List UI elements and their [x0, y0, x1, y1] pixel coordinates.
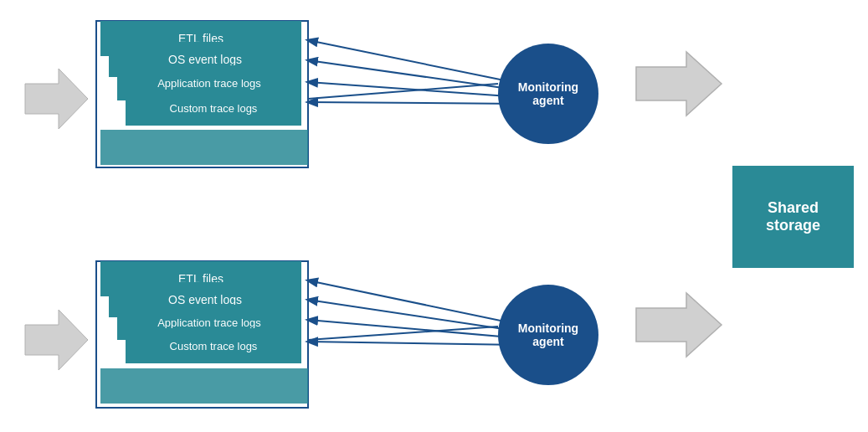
svg-line-1 [308, 40, 521, 84]
backing-box-top [100, 130, 308, 165]
svg-line-12 [308, 342, 521, 345]
svg-line-2 [308, 60, 521, 90]
shared-storage: Shared storage [732, 166, 854, 268]
svg-line-11 [308, 320, 521, 338]
svg-marker-15 [636, 293, 722, 357]
svg-marker-7 [636, 52, 722, 116]
custom-trace-logs-bottom: Custom trace logs [126, 328, 301, 363]
svg-line-9 [308, 280, 521, 325]
svg-marker-8 [25, 310, 88, 370]
monitoring-agent-bottom: Monitoring agent [498, 285, 598, 385]
svg-line-10 [308, 300, 521, 332]
svg-line-6 [308, 84, 498, 99]
monitoring-agent-top: Monitoring agent [498, 44, 598, 144]
svg-line-14 [308, 327, 498, 340]
backing-box-bottom [100, 368, 308, 404]
svg-marker-0 [25, 69, 88, 129]
svg-line-4 [308, 102, 521, 104]
custom-trace-logs-top: Custom trace logs [126, 90, 301, 126]
diagram: ETL files OS event logs Application trac… [0, 0, 868, 432]
svg-line-3 [308, 82, 521, 97]
